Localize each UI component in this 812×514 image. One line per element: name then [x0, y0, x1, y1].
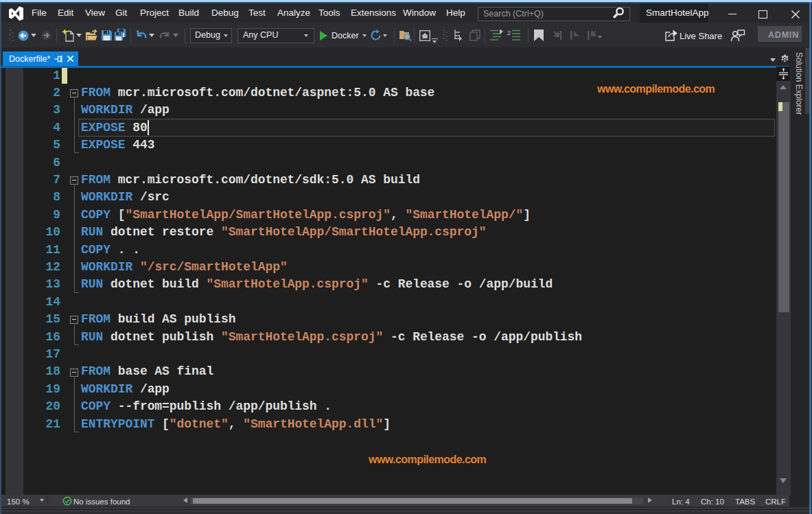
svg-text:2: 2: [507, 30, 511, 36]
